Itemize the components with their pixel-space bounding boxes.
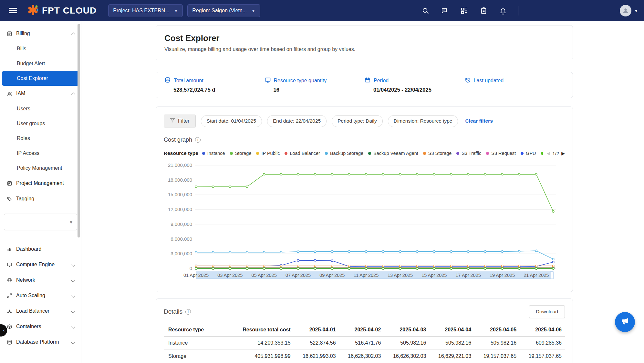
filter-button[interactable]: Filter — [164, 115, 196, 127]
chip-end-date[interactable]: End date: 22/04/2025 — [267, 115, 327, 127]
chevron-down-icon: ▾ — [70, 219, 72, 225]
summary-last-updated: Last updated — [464, 77, 565, 93]
clipboard-icon[interactable] — [479, 6, 488, 15]
page-header-card: Cost Explorer Visualize, manage billing … — [156, 25, 573, 60]
search-icon[interactable] — [421, 6, 430, 15]
svg-text:18,000,000: 18,000,000 — [168, 177, 192, 183]
chip-dimension[interactable]: Dimension: Resource type — [388, 115, 458, 127]
sidebar-item-users[interactable]: Users — [0, 101, 81, 116]
sidebar-item-billing[interactable]: Billing — [0, 26, 81, 41]
sidebar-item-label: Dashboard — [16, 246, 76, 252]
close-icon: ✕ — [3, 329, 5, 332]
legend-item-label: Load Balancer — [290, 151, 320, 156]
table-column-header: 2025-04-03 — [384, 323, 429, 337]
sidebar-item-database-platform[interactable]: Database Platform — [0, 334, 81, 350]
legend-item[interactable]: Load Balancer — [285, 151, 320, 156]
sidebar-item-tagging[interactable]: Tagging — [0, 191, 81, 207]
details-table-body: Instance14,209,353.15522,874.56516,471.7… — [164, 337, 565, 363]
apps-grid-icon[interactable] — [460, 6, 468, 15]
svg-text:03 Apr 2025: 03 Apr 2025 — [217, 273, 243, 278]
filter-bar: Filter Start date: 01/04/2025 End date: … — [164, 115, 565, 127]
sidebar-item-label: Database Platform — [16, 339, 68, 345]
network-globe-icon — [6, 277, 12, 283]
range-slider-handle[interactable] — [550, 272, 553, 279]
legend-prev-icon[interactable]: ◀ — [547, 151, 550, 156]
table-cell: 505,982.16 — [474, 337, 520, 350]
legend-item[interactable]: GPU — [521, 151, 536, 156]
sidebar-item-containers[interactable]: Containers — [0, 319, 81, 334]
legend-dot — [521, 152, 524, 155]
sidebar-scrollbar[interactable] — [78, 24, 80, 237]
chip-period-type[interactable]: Period type: Daily — [332, 115, 382, 127]
legend-next-icon[interactable]: ▶ — [561, 151, 565, 156]
sidebar-item-network[interactable]: Network — [0, 272, 81, 288]
sidebar-item-compute-engine[interactable]: Compute Engine — [0, 257, 81, 272]
support-chat-icon[interactable] — [441, 6, 449, 15]
table-cell: 19,157,037.65 — [520, 350, 565, 363]
legend-item[interactable]: S3 Storage — [423, 151, 452, 156]
legend-item[interactable]: Instance — [202, 151, 225, 156]
legend-page-indicator: 1/2 — [552, 151, 559, 156]
legend-dot — [256, 152, 259, 155]
legend-item[interactable]: IP Public — [256, 151, 280, 156]
money-icon — [164, 77, 171, 85]
table-row: Storage405,931,998.9916,621,993.0316,626… — [164, 350, 565, 363]
sidebar-item-user-groups[interactable]: User groups — [0, 116, 81, 131]
chip-start-date[interactable]: Start date: 01/04/2025 — [201, 115, 262, 127]
legend-title: Resource type — [164, 150, 198, 156]
summary-label: Resource type quantity — [274, 78, 327, 84]
svg-text:05 Apr 2025: 05 Apr 2025 — [252, 273, 277, 278]
svg-text:11 Apr 2025: 11 Apr 2025 — [354, 273, 379, 278]
legend-item[interactable]: S3 Request — [486, 151, 516, 156]
load-balancer-icon — [6, 308, 12, 314]
compute-engine-icon — [6, 262, 12, 267]
sidebar-item-roles[interactable]: Roles — [0, 131, 81, 146]
info-icon[interactable]: i — [195, 137, 201, 143]
info-icon[interactable]: i — [185, 309, 191, 315]
sidebar-subitem-label: User groups — [17, 121, 45, 126]
chart-area[interactable]: 03,000,0006,000,0009,000,00012,000,00015… — [164, 161, 565, 283]
notifications-bell-icon[interactable] — [499, 6, 507, 15]
details-title: Details — [164, 308, 182, 315]
sidebar-item-load-balancer[interactable]: Load Balancer — [0, 303, 81, 319]
svg-text:12,000,000: 12,000,000 — [168, 207, 192, 212]
summary-total-amount: Total amount 528,572,024.75 đ — [164, 77, 265, 93]
cost-graph-heading: Cost graph i — [164, 136, 565, 143]
sidebar-item-bills[interactable]: Bills — [0, 41, 81, 56]
legend-item[interactable]: Storage — [230, 151, 252, 156]
sidebar-item-iam[interactable]: IAM — [0, 86, 81, 101]
legend-item[interactable]: Backup Storage — [325, 151, 363, 156]
legend-item[interactable]: Backup Veeam Agent — [368, 151, 418, 156]
menu-button[interactable] — [6, 4, 20, 18]
legend-dot — [486, 152, 489, 155]
summary-value: 16 — [265, 87, 365, 93]
sidebar-item-project-management[interactable]: Project Management — [0, 176, 81, 191]
sidebar-item-policy-management[interactable]: Policy Management — [0, 161, 81, 176]
legend-item[interactable]: Container Registry — [541, 151, 543, 156]
sidebar-item-cost-explorer[interactable]: Cost Explorer — [2, 71, 79, 86]
download-button[interactable]: Download — [529, 305, 565, 318]
sidebar-select[interactable]: ▾ — [4, 214, 77, 230]
clear-filters-link[interactable]: Clear filters — [465, 118, 493, 124]
calendar-icon — [364, 77, 371, 85]
svg-text:01 Apr 2025: 01 Apr 2025 — [183, 273, 209, 278]
region-selector[interactable]: Region: Saigon (Vietn... ▼ — [187, 4, 260, 17]
account-menu[interactable]: ▼ — [620, 5, 638, 16]
table-column-header: 2025-04-01 — [294, 323, 339, 337]
dashboard-icon — [6, 246, 12, 252]
sidebar-item-dashboard[interactable]: Dashboard — [0, 241, 81, 257]
sidebar-item-ip-access[interactable]: IP Access — [0, 146, 81, 161]
table-cell: 505,982.16 — [384, 337, 429, 350]
chevron-down-icon: ▼ — [174, 8, 178, 13]
legend-item[interactable]: S3 Traffic — [456, 151, 481, 156]
sidebar-item-auto-scaling[interactable]: Auto Scaling — [0, 288, 81, 303]
project-selector[interactable]: Project: HAS EXTERN... ▼ — [108, 4, 183, 17]
svg-text:15,000,000: 15,000,000 — [168, 192, 192, 197]
legend-item-label: Backup Veeam Agent — [373, 151, 418, 156]
announcements-fab[interactable] — [615, 312, 635, 332]
sidebar-item-budget-alert[interactable]: Budget Alert — [0, 56, 81, 71]
brand-logo[interactable]: FPT CLOUD — [27, 4, 97, 17]
legend-item-label: S3 Storage — [428, 151, 452, 156]
region-selector-label: Region: Saigon (Vietn... — [192, 8, 247, 14]
table-cell: 405,931,998.99 — [232, 350, 294, 363]
